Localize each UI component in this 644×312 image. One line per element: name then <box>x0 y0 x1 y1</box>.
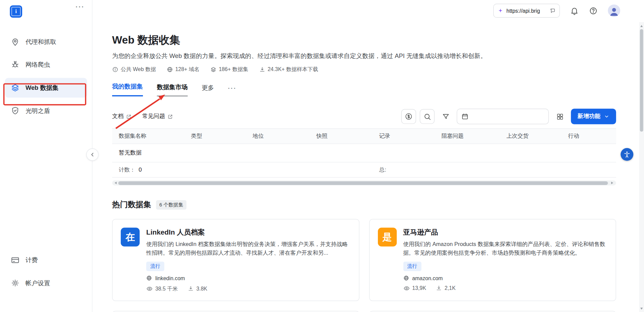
sidebar-item-label: Web 数据集 <box>26 84 59 91</box>
stat-datasets: 186+ 数据集 <box>210 66 248 73</box>
date-range-input[interactable] <box>457 109 549 124</box>
globe-icon <box>403 275 409 281</box>
filter-button[interactable] <box>438 109 453 124</box>
page-title: Web 数据收集 <box>112 33 616 47</box>
downloads-stat: 3.8K <box>188 286 207 292</box>
scroll-down-arrow[interactable] <box>639 306 644 311</box>
datasets-layers-icon <box>11 83 20 92</box>
dollar-circle-icon <box>405 112 413 120</box>
api-url-bar[interactable]: https://api.brig <box>493 4 560 18</box>
card-domain: amazon.com <box>412 275 443 281</box>
dataset-card-crunchbase-companies[interactable]: cb Crunchbase 公司信息 <box>369 311 616 312</box>
search-button[interactable] <box>420 109 435 124</box>
sidebar-collapse-button[interactable] <box>86 148 99 161</box>
popular-cards-grid: 在 LinkedIn 人员档案 使用我们的 LinkedIn 档案数据集做出明智… <box>112 219 616 312</box>
sidebar-item-label: 光明之盾 <box>26 107 50 115</box>
sidebar-item-web-datasets[interactable]: Web 数据集 <box>5 78 87 98</box>
eye-icon <box>146 286 153 292</box>
view-grid-button[interactable] <box>552 109 567 124</box>
sidebar-item-account-settings[interactable]: 帐户设置 <box>5 273 87 293</box>
downloads-value: 3.8K <box>196 286 207 292</box>
card-body: LinkedIn 人员档案 使用我们的 LinkedIn 档案数据集做出明智的业… <box>146 228 351 292</box>
sidebar-item-bright-shield[interactable]: 光明之盾 <box>5 101 87 121</box>
sidebar-item-proxies[interactable]: 代理和抓取 <box>5 32 87 52</box>
sidebar-item-billing[interactable]: 计费 <box>5 250 87 270</box>
vertical-scrollbar-thumb[interactable] <box>640 29 643 132</box>
scroll-right-arrow[interactable] <box>609 181 615 186</box>
toolbar: 文档 常见问题 <box>112 109 616 124</box>
count-value: 0 <box>139 166 142 173</box>
settings-gear-icon <box>11 278 20 288</box>
downloads-value: 2,1K <box>445 285 456 291</box>
tab-more[interactable]: 更多 <box>202 84 214 97</box>
table-footer-row: 计数：0 总: <box>112 163 616 178</box>
views-value: 38.5 千米 <box>155 285 178 292</box>
stat-label: 128+ 域名 <box>175 66 199 73</box>
scroll-left-arrow[interactable] <box>112 181 118 186</box>
page-subtitle: 为您的企业释放公共 Web 数据的力量。探索现成的、经过清理和丰富的数据集或请求… <box>112 52 616 60</box>
table-empty-state: 暂无数据 <box>112 144 616 163</box>
horizontal-scrollbar[interactable] <box>112 181 616 186</box>
popular-count-badge: 6 个数据集 <box>156 200 187 209</box>
sidebar-item-label: 网络爬虫 <box>26 61 50 69</box>
external-link-icon <box>167 114 173 119</box>
shield-icon <box>11 106 20 115</box>
dataset-card-amazon-products[interactable]: 是 亚马逊产品 使用我们的 Amazon Products 数据集来探索详细的产… <box>369 219 616 301</box>
toolbar-actions: 新增功能 <box>401 109 616 124</box>
total-label: 总: <box>373 166 435 174</box>
tabs-overflow-dots[interactable]: ··· <box>228 85 237 96</box>
sidebar-item-web-crawler[interactable]: 网络爬虫 <box>5 55 87 75</box>
datasets-layers-icon <box>210 66 216 72</box>
eye-icon <box>403 285 410 292</box>
search-icon <box>423 113 431 120</box>
faq-link[interactable]: 常见问题 <box>142 113 173 120</box>
card-meta-row: 38.5 千米 3.8K <box>146 285 351 292</box>
horizontal-scrollbar-thumb[interactable] <box>118 181 608 185</box>
new-feature-button[interactable]: 新增功能 <box>571 109 616 124</box>
chevron-left-icon <box>89 151 96 158</box>
dataset-card-linkedin-profiles[interactable]: 在 LinkedIn 人员档案 使用我们的 LinkedIn 档案数据集做出明智… <box>112 219 359 301</box>
tab-dataset-marketplace[interactable]: 数据集市场 <box>157 83 188 96</box>
docs-link-label: 文档 <box>112 113 123 120</box>
scroll-up-arrow[interactable] <box>639 23 644 28</box>
globe-icon <box>167 66 173 72</box>
tab-my-datasets[interactable]: 我的数据集 <box>112 83 143 96</box>
popular-title: 热门数据集 <box>112 199 151 210</box>
sidebar-item-label: 帐户设置 <box>26 279 50 287</box>
dataset-card-linkedin-companies[interactable]: 在 LinkedIn 公司信息 <box>112 311 359 312</box>
help-button[interactable] <box>589 6 598 15</box>
card-body: 亚马逊产品 使用我们的 Amazon Products 数据集来探索详细的产品列… <box>403 228 607 292</box>
card-domain-row: linkedin.com <box>146 275 351 281</box>
docs-link[interactable]: 文档 <box>112 113 132 120</box>
column-header: 类型 <box>185 132 246 140</box>
popular-header: 热门数据集 6 个数据集 <box>112 199 616 210</box>
brand-logo-letter: i <box>11 7 20 16</box>
stat-label: 24.3K+ 数据样本下载 <box>267 66 318 73</box>
grid-icon <box>556 113 564 120</box>
crawler-bug-icon <box>11 60 20 69</box>
card-description: 使用我们的 Amazon Products 数据集来探索详细的产品列表、定价、评… <box>403 240 607 257</box>
sidebar-item-label: 计费 <box>26 256 38 264</box>
stat-sample-downloads: 24.3K+ 数据样本下载 <box>259 66 318 73</box>
bell-icon <box>570 6 579 15</box>
user-avatar[interactable] <box>608 4 620 17</box>
datasets-table: 数据集名称 类型 地位 快照 记录 阻塞问题 上次交货 行动 暂无数据 计数：0… <box>112 128 616 185</box>
location-pin-icon <box>11 37 20 46</box>
sidebar-menu-dots[interactable]: ··· <box>76 3 85 11</box>
stat-public-web-data: 公共 Web 数据 <box>112 66 156 73</box>
row-count: 计数：0 <box>112 166 184 174</box>
vertical-scrollbar[interactable] <box>639 22 644 312</box>
external-link-icon <box>126 114 132 119</box>
brand-logo[interactable]: i <box>10 5 22 18</box>
content: Web 数据收集 为您的企业释放公共 Web 数据的力量。探索现成的、经过清理和… <box>92 33 644 312</box>
card-title: 亚马逊产品 <box>403 228 607 237</box>
views-stat: 13,9K <box>403 285 426 292</box>
sidebar: i ··· 代理和抓取 网络爬虫 Web 数据集 <box>0 0 92 312</box>
card-title: LinkedIn 人员档案 <box>146 228 351 237</box>
column-header: 记录 <box>373 132 435 140</box>
pricing-button[interactable] <box>401 109 416 124</box>
stats-row: 公共 Web 数据 128+ 域名 186+ 数据集 <box>112 66 616 73</box>
notifications-button[interactable] <box>570 6 579 15</box>
comment-icon <box>550 8 556 14</box>
accessibility-button[interactable] <box>621 148 633 161</box>
